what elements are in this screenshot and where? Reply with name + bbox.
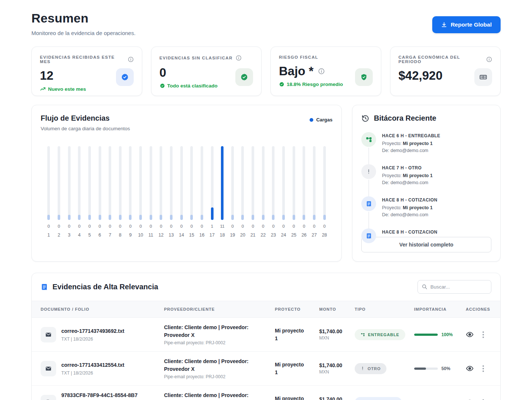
doc-name: correo-1771437493692.txt <box>61 327 124 335</box>
search-input[interactable] <box>417 280 491 294</box>
bar-day-label: 15 <box>189 232 194 238</box>
col-proyecto[interactable]: PROYECTO <box>270 301 315 318</box>
stat-cards: EVIDENCIAS RECIBIDAS ESTE MES 12 Nuevo e… <box>31 46 501 96</box>
evidencias-table: DOCUMENTO / FOLIO PROVEEDOR/CLIENTE PROY… <box>32 301 500 400</box>
legend-label: Cargas <box>316 117 332 123</box>
bar-chart: 0102030405060708090100110120130140150161… <box>41 146 332 238</box>
bitacora-card: Bitácora Reciente HACE 6 H - ENTREGABLE … <box>352 105 501 262</box>
bar-value-label: 0 <box>88 224 91 228</box>
bar-value-label: 0 <box>191 224 193 228</box>
page-header: Resumen Monitoreo de la evidencia de ope… <box>31 11 501 36</box>
kebab-menu-icon[interactable] <box>482 399 485 400</box>
bar-column: 013 <box>166 146 177 238</box>
bar-column: 012 <box>156 146 166 238</box>
stat-label: RIESGO FISCAL <box>279 55 318 59</box>
progress-fill <box>414 368 426 370</box>
info-icon[interactable] <box>236 55 242 61</box>
bar-value-label: 0 <box>180 224 183 228</box>
log-entry-from: demo@demo.com <box>391 212 428 217</box>
bar-day-label: 9 <box>129 232 132 238</box>
log-entry[interactable]: HACE 8 H - COTIZACION Proyecto: Mi proye… <box>361 196 491 228</box>
shield-check-icon <box>355 68 373 86</box>
bar-value-label: 0 <box>150 224 152 228</box>
col-proveedor[interactable]: PROVEEDOR/CLIENTE <box>160 301 270 318</box>
bar-day-label: 12 <box>158 232 164 238</box>
bitacora-title: Bitácora Reciente <box>374 114 436 123</box>
stat-value: Bajo * <box>279 64 314 78</box>
bar-column: 022 <box>258 146 268 238</box>
kebab-menu-icon[interactable] <box>482 331 485 339</box>
col-acciones[interactable]: ACCIONES <box>461 301 500 318</box>
stat-label: EVIDENCIAS RECIBIDAS ESTE MES <box>40 55 125 64</box>
info-icon[interactable] <box>128 56 134 62</box>
stat-card-sin-clasificar: EVIDENCIAS SIN CLASIFICAR 0 Todo está cl… <box>151 46 262 96</box>
kebab-menu-icon[interactable] <box>482 365 485 373</box>
table-row[interactable]: 97833CF8-78F9-44C1-8554-8B7ED5883C56.pdf… <box>32 386 500 400</box>
col-importancia[interactable]: IMPORTANCIA <box>410 301 461 318</box>
col-tipo[interactable]: TIPO <box>350 301 410 318</box>
log-entry-time: HACE 7 H - OTRO <box>382 164 433 170</box>
client-sub: Pipe-email proyecto: PRJ-0002 <box>164 340 266 345</box>
exclamation-icon <box>361 366 365 370</box>
bar-column: 011 <box>146 146 156 238</box>
table-row[interactable]: correo-1771433412554.txt TXT | 18/2/2026… <box>32 352 500 386</box>
bar-column: 05 <box>85 146 95 238</box>
bar-value-label: 0 <box>170 224 172 228</box>
eye-icon[interactable] <box>466 399 474 400</box>
envelope-icon <box>41 361 56 376</box>
eye-icon[interactable] <box>466 365 474 372</box>
bar-value-label: 0 <box>201 224 203 228</box>
download-icon <box>441 22 447 28</box>
client-cell: Cliente: Cliente demo | Proveedor: Prove… <box>164 324 256 339</box>
progress-fill <box>414 334 438 336</box>
progress-label: 50% <box>441 366 450 371</box>
project-cell: Mi proyecto 1 <box>275 361 307 376</box>
log-entry-time: HACE 8 H - COTIZACION <box>382 228 437 235</box>
col-monto[interactable]: MONTO <box>315 301 350 318</box>
bar-value-label: 0 <box>293 224 295 228</box>
info-icon[interactable] <box>486 56 492 62</box>
ver-historial-button[interactable]: Ver historial completo <box>361 237 491 252</box>
info-icon[interactable] <box>318 68 325 75</box>
client-sub: Pipe-email proyecto: PRJ-0002 <box>164 374 266 379</box>
currency: MXN <box>319 335 346 341</box>
workflow-icon <box>361 132 376 147</box>
progress-label: 100% <box>441 332 453 337</box>
stat-label: CARGA ECONÓMICA DEL PERIODO <box>399 55 484 64</box>
log-entry-project: Mi proyecto 1 <box>403 173 433 178</box>
bar-day-label: 1 <box>47 232 50 238</box>
log-entry[interactable]: HACE 7 H - OTRO Proyecto: Mi proyecto 1 … <box>361 164 491 196</box>
bar-column: 117 <box>207 146 217 238</box>
bar-value-label: 0 <box>139 224 141 228</box>
dashboard-page: Resumen Monitoreo de la evidencia de ope… <box>0 0 532 400</box>
log-entry[interactable]: HACE 6 H - ENTREGABLE Proyecto: Mi proye… <box>361 132 491 164</box>
chart-subtitle: Volumen de carga diaria de documentos <box>41 126 130 131</box>
bar-day-label: 8 <box>119 232 122 238</box>
exclamation-icon <box>361 164 376 179</box>
bar-column: 021 <box>248 146 258 238</box>
search-icon <box>422 284 427 290</box>
bar-column: 1118 <box>217 146 228 238</box>
bar-column: 027 <box>309 146 320 238</box>
bar-day-label: 4 <box>78 232 81 238</box>
seal-check-icon <box>235 68 253 86</box>
bar-day-label: 21 <box>250 232 256 238</box>
table-row[interactable]: correo-1771437493692.txt TXT | 18/2/2026… <box>32 318 500 352</box>
bar-value-label: 0 <box>323 224 325 228</box>
envelope-icon <box>41 327 56 342</box>
bar-day-label: 23 <box>271 232 276 238</box>
stat-card-evidencias-recibidas: EVIDENCIAS RECIBIDAS ESTE MES 12 Nuevo e… <box>31 46 142 96</box>
log-entry-project: Mi proyecto 1 <box>403 141 433 146</box>
bar-value-label: 0 <box>48 224 50 228</box>
seal-check-icon <box>116 68 134 86</box>
bar-day-label: 7 <box>109 232 111 238</box>
bar-value-label: 0 <box>252 224 254 228</box>
bar-column: 019 <box>228 146 238 238</box>
eye-icon[interactable] <box>466 331 474 338</box>
col-documento[interactable]: DOCUMENTO / FOLIO <box>32 301 160 318</box>
bar-value-label: 0 <box>303 224 305 228</box>
workflow-icon <box>361 332 365 337</box>
client-cell: Cliente: Cliente demo | Proveedor: Prove… <box>164 392 256 400</box>
report-global-button[interactable]: Reporte Global <box>432 16 501 33</box>
stat-card-riesgo-fiscal: RIESGO FISCAL Bajo * 18.8% Riesgo promed… <box>270 46 381 96</box>
